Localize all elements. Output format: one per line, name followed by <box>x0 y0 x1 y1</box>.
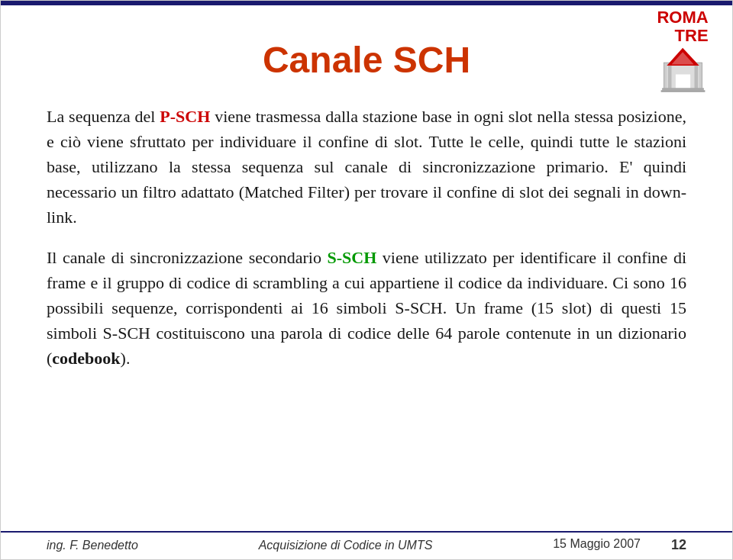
footer: ing. F. Benedetto Acquisizione di Codice… <box>1 537 732 553</box>
ssch-label: S-SCH <box>327 248 376 267</box>
paragraph1-text-before: La sequenza del <box>47 107 160 126</box>
psch-label: P-SCH <box>160 107 210 126</box>
slide-title: Canale SCH <box>47 24 686 81</box>
paragraph-2: Il canale di sincronizzazione secondario… <box>47 245 686 371</box>
footer-author: ing. F. Benedetto <box>47 539 138 552</box>
logo-area: ROMA TRE <box>648 8 717 92</box>
slide-container: ROMA TRE Canale SCH La sequenza de <box>0 0 733 560</box>
svg-rect-5 <box>667 66 671 89</box>
codebook-label: codebook <box>52 349 120 368</box>
svg-rect-2 <box>675 75 689 89</box>
svg-rect-6 <box>694 66 698 89</box>
paragraph2-end: ). <box>121 349 131 368</box>
svg-rect-7 <box>662 89 704 91</box>
roma-tre-logo-icon <box>654 45 712 92</box>
footer-date: 15 Maggio 2007 <box>553 537 641 553</box>
svg-rect-8 <box>660 91 705 92</box>
top-border-line <box>1 1 732 5</box>
paragraph-1: La sequenza del P-SCH viene trasmessa da… <box>47 104 686 230</box>
footer-page-number: 12 <box>671 537 686 553</box>
paragraph2-text-before: Il canale di sincronizzazione secondario <box>47 248 327 267</box>
page-title: Canale SCH <box>47 39 686 81</box>
bottom-border-line <box>1 531 732 533</box>
footer-course: Acquisizione di Codice in UMTS <box>259 539 433 552</box>
footer-right: 15 Maggio 2007 12 <box>553 537 686 553</box>
content-area: La sequenza del P-SCH viene trasmessa da… <box>47 104 686 371</box>
logo-text: ROMA TRE <box>657 8 708 45</box>
